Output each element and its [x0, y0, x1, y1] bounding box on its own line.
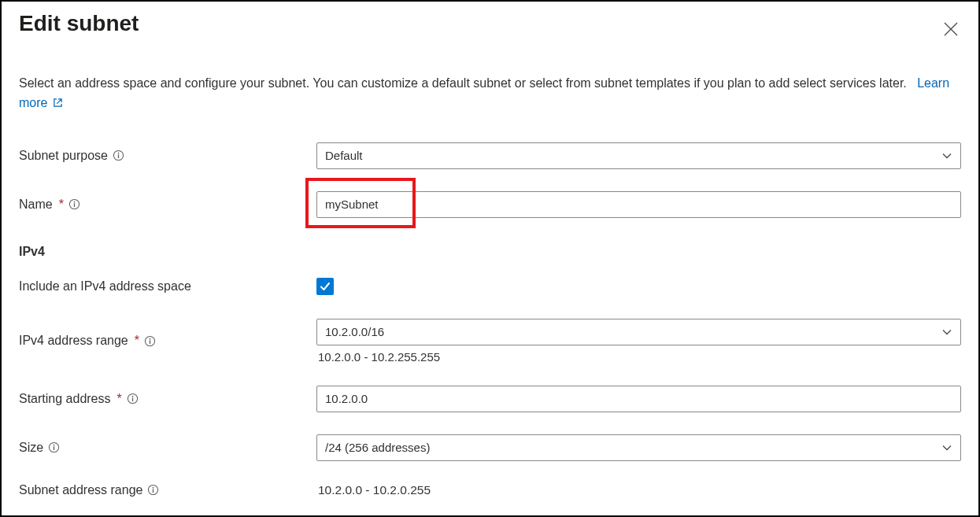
- chevron-down-icon: [941, 327, 952, 338]
- include-ipv4-label: Include an IPv4 address space: [19, 279, 191, 294]
- subnet-purpose-label: Subnet purpose: [19, 149, 108, 163]
- svg-rect-17: [153, 489, 153, 493]
- chevron-down-icon: [941, 442, 952, 453]
- svg-point-13: [54, 445, 55, 446]
- ipv4-section-heading: IPv4: [19, 245, 961, 259]
- svg-point-16: [153, 487, 154, 489]
- size-label: Size: [19, 441, 43, 455]
- required-indicator: *: [135, 334, 139, 348]
- edit-subnet-panel: Edit subnet Select an address space and …: [0, 0, 980, 517]
- svg-point-10: [131, 396, 133, 397]
- svg-point-7: [150, 338, 151, 339]
- subnet-range-value: 10.2.0.0 - 10.2.0.255: [316, 483, 431, 497]
- include-ipv4-checkbox[interactable]: [316, 278, 334, 295]
- ipv4-range-select[interactable]: 10.2.0.0/16: [316, 319, 961, 345]
- required-indicator: *: [59, 198, 64, 212]
- svg-rect-5: [74, 203, 75, 207]
- name-label: Name: [19, 198, 53, 212]
- chevron-down-icon: [941, 150, 952, 161]
- subnet-range-label: Subnet address range: [19, 483, 142, 497]
- svg-point-1: [118, 153, 120, 154]
- ipv4-range-resolved: 10.2.0.0 - 10.2.255.255: [316, 350, 961, 364]
- svg-point-4: [74, 201, 76, 203]
- info-icon[interactable]: [147, 484, 159, 496]
- subnet-purpose-select[interactable]: Default: [316, 142, 961, 169]
- starting-address-input[interactable]: [316, 386, 961, 412]
- close-button[interactable]: [937, 16, 964, 42]
- info-icon[interactable]: [68, 198, 80, 210]
- info-icon[interactable]: [48, 441, 60, 453]
- size-select[interactable]: /24 (256 addresses): [316, 434, 961, 461]
- panel-title: Edit subnet: [19, 11, 139, 36]
- required-indicator: *: [117, 392, 122, 406]
- close-icon: [944, 22, 958, 36]
- intro-text: Select an address space and configure yo…: [19, 74, 961, 114]
- external-link-icon: [53, 94, 63, 114]
- svg-rect-8: [150, 340, 150, 344]
- info-icon[interactable]: [127, 393, 139, 404]
- info-icon[interactable]: [113, 150, 124, 161]
- info-icon[interactable]: [144, 335, 156, 347]
- starting-address-label: Starting address: [19, 392, 111, 406]
- svg-rect-2: [118, 154, 119, 158]
- name-input[interactable]: [316, 191, 961, 218]
- svg-rect-11: [132, 397, 133, 401]
- svg-rect-14: [54, 446, 54, 450]
- ipv4-range-label: IPv4 address range: [19, 334, 128, 348]
